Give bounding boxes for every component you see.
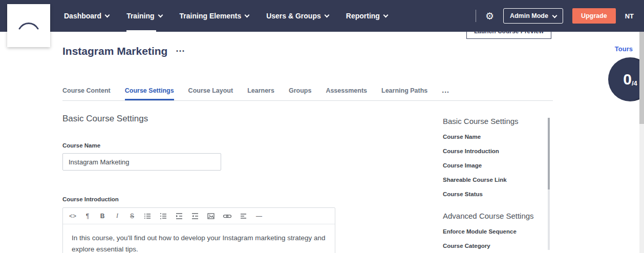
page-header: Instagram Marketing ... [62, 45, 185, 57]
page-title: Instagram Marketing [62, 45, 167, 57]
brand-logo[interactable] [7, 4, 50, 47]
gear-icon[interactable]: ⚙ [485, 11, 494, 21]
editor-toolbar: <> ¶ B I S [63, 208, 335, 224]
chevron-down-icon [105, 13, 110, 18]
nav-training-elements-label: Training Elements [180, 12, 242, 20]
nav-training[interactable]: Training [126, 0, 162, 32]
admin-mode-label: Admin Mode [510, 12, 548, 19]
primary-nav: Dashboard Training Training Elements Use… [64, 0, 388, 32]
toc-basic-settings-title: Basic Course Settings [443, 117, 545, 125]
page-scrollbar[interactable] [639, 32, 644, 253]
admin-mode-button[interactable]: Admin Mode [503, 8, 563, 24]
nav-training-label: Training [126, 12, 154, 20]
toc-link-course-introduction[interactable]: Course Introduction [443, 148, 545, 154]
course-tabs: Course Content Course Settings Course La… [62, 86, 553, 101]
navbar-right-controls: ⚙ Admin Mode Upgrade NT [476, 0, 634, 32]
tabs-more-button[interactable]: ... [442, 86, 449, 100]
nav-dashboard[interactable]: Dashboard [64, 0, 109, 32]
insert-image-icon[interactable] [207, 212, 215, 220]
align-left-icon[interactable] [240, 212, 248, 220]
chevron-down-icon [324, 13, 329, 18]
toc-link-enforce-module-sequence[interactable]: Enforce Module Sequence [443, 228, 545, 235]
title-more-menu-button[interactable]: ... [176, 47, 185, 51]
toc-link-course-image[interactable]: Course Image [443, 162, 545, 168]
nav-users-groups[interactable]: Users & Groups [266, 0, 329, 32]
unordered-list-icon[interactable] [143, 212, 152, 220]
tab-assessments[interactable]: Assessments [326, 87, 367, 100]
strikethrough-icon[interactable]: S [128, 213, 136, 220]
wave-logo-icon [15, 15, 42, 36]
upgrade-button[interactable]: Upgrade [572, 8, 616, 24]
toc-link-course-status[interactable]: Course Status [443, 191, 545, 197]
tab-course-content[interactable]: Course Content [62, 87, 111, 100]
course-introduction-text[interactable]: In this course, you'll find out how to d… [63, 224, 335, 253]
tours-count: 0 [623, 71, 632, 88]
code-view-icon[interactable]: <> [69, 213, 76, 220]
toc-link-shareable-course-link[interactable]: Shareable Course Link [443, 177, 545, 183]
navbar-divider [476, 10, 476, 22]
nav-users-groups-label: Users & Groups [266, 12, 321, 20]
toc-link-course-name[interactable]: Course Name [443, 134, 545, 140]
chevron-down-icon [383, 13, 388, 18]
settings-toc: Basic Course Settings Course Name Course… [443, 117, 545, 249]
nav-dashboard-label: Dashboard [64, 12, 101, 20]
tab-groups[interactable]: Groups [289, 87, 311, 100]
tours-total: /4 [632, 79, 637, 87]
horizontal-rule-icon[interactable]: — [255, 213, 263, 220]
toc-scrollbar-thumb[interactable] [548, 118, 550, 189]
tab-learning-paths[interactable]: Learning Paths [381, 87, 427, 100]
course-name-label: Course Name [62, 142, 335, 149]
ordered-list-icon[interactable] [159, 212, 167, 220]
course-introduction-label: Course Introduction [62, 196, 335, 202]
user-avatar[interactable]: NT [625, 12, 634, 20]
nav-reporting[interactable]: Reporting [346, 0, 388, 32]
bold-icon[interactable]: B [99, 213, 106, 220]
indent-increase-icon[interactable] [175, 212, 183, 220]
toc-link-course-category[interactable]: Course Category [443, 243, 545, 249]
paragraph-icon[interactable]: ¶ [84, 213, 91, 220]
page-scrollbar-thumb[interactable] [639, 32, 644, 124]
chevron-down-icon [245, 13, 250, 18]
section-title: Basic Course Settings [62, 114, 335, 124]
nav-reporting-label: Reporting [346, 12, 380, 20]
nav-training-elements[interactable]: Training Elements [180, 0, 249, 32]
app-window: Dashboard Training Training Elements Use… [0, 0, 644, 253]
chevron-down-icon [158, 13, 163, 18]
italic-icon[interactable]: I [114, 212, 121, 220]
course-introduction-editor: <> ¶ B I S [62, 207, 335, 253]
course-name-input[interactable] [62, 153, 221, 171]
top-navbar: Dashboard Training Training Elements Use… [0, 0, 644, 32]
toc-advanced-settings-title: Advanced Course Settings [443, 212, 545, 220]
tab-course-layout[interactable]: Course Layout [188, 87, 233, 100]
insert-link-icon[interactable] [223, 212, 232, 220]
tab-learners[interactable]: Learners [247, 87, 274, 100]
indent-decrease-icon[interactable] [191, 212, 199, 220]
toc-scrollbar[interactable] [548, 118, 550, 250]
tours-progress-badge[interactable]: 0 /4 [608, 57, 644, 101]
tab-course-settings[interactable]: Course Settings [125, 87, 174, 100]
chevron-down-icon [552, 13, 557, 18]
tours-label: Tours [615, 45, 633, 53]
basic-course-settings-form: Basic Course Settings Course Name Course… [62, 114, 335, 253]
